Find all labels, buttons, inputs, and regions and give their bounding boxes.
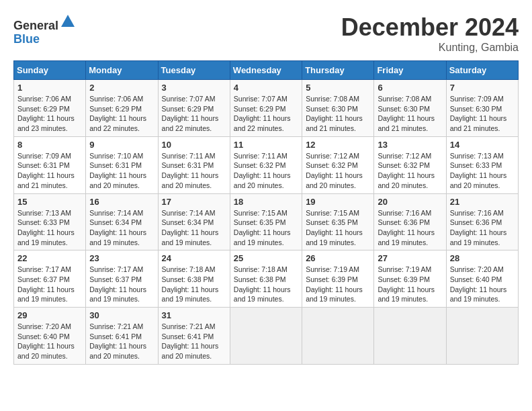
day-number: 15 — [17, 197, 82, 207]
calendar-day-cell: 11Sunrise: 7:11 AMSunset: 6:32 PMDayligh… — [230, 136, 302, 193]
calendar-day-cell: 12Sunrise: 7:12 AMSunset: 6:32 PMDayligh… — [302, 136, 374, 193]
calendar-empty-cell — [374, 308, 446, 365]
day-number: 13 — [378, 140, 442, 150]
day-number: 12 — [306, 140, 370, 150]
day-info: Sunrise: 7:20 AMSunset: 6:40 PMDaylight:… — [17, 322, 82, 361]
calendar-day-cell: 2Sunrise: 7:06 AMSunset: 6:29 PMDaylight… — [86, 80, 158, 137]
day-info: Sunrise: 7:21 AMSunset: 6:41 PMDaylight:… — [162, 322, 226, 361]
day-number: 26 — [306, 253, 370, 263]
day-number: 27 — [378, 253, 442, 263]
day-info: Sunrise: 7:21 AMSunset: 6:41 PMDaylight:… — [89, 322, 154, 361]
day-number: 14 — [450, 140, 515, 150]
day-number: 21 — [450, 197, 515, 207]
logo-icon — [60, 13, 76, 30]
day-info: Sunrise: 7:08 AMSunset: 6:30 PMDaylight:… — [378, 94, 442, 134]
calendar-header-saturday: Saturday — [446, 61, 518, 80]
calendar-day-cell: 1Sunrise: 7:06 AMSunset: 6:29 PMDaylight… — [14, 80, 86, 137]
calendar-day-cell: 18Sunrise: 7:15 AMSunset: 6:35 PMDayligh… — [230, 193, 302, 250]
calendar-day-cell: 29Sunrise: 7:20 AMSunset: 6:40 PMDayligh… — [14, 308, 86, 365]
day-number: 22 — [17, 253, 82, 263]
calendar-day-cell: 4Sunrise: 7:07 AMSunset: 6:29 PMDaylight… — [230, 80, 302, 137]
logo-general: General — [13, 19, 58, 32]
calendar-day-cell: 7Sunrise: 7:09 AMSunset: 6:30 PMDaylight… — [446, 80, 518, 137]
calendar-day-cell: 16Sunrise: 7:14 AMSunset: 6:34 PMDayligh… — [86, 193, 158, 250]
day-number: 8 — [17, 140, 82, 150]
day-info: Sunrise: 7:17 AMSunset: 6:37 PMDaylight:… — [17, 265, 82, 304]
calendar-day-cell: 26Sunrise: 7:19 AMSunset: 6:39 PMDayligh… — [302, 250, 374, 308]
day-number: 16 — [89, 197, 154, 207]
day-info: Sunrise: 7:09 AMSunset: 6:31 PMDaylight:… — [17, 151, 82, 191]
page-header: General Blue December 2024 Kunting, Gamb… — [13, 13, 519, 54]
calendar-day-cell: 3Sunrise: 7:07 AMSunset: 6:29 PMDaylight… — [158, 80, 230, 137]
day-info: Sunrise: 7:16 AMSunset: 6:36 PMDaylight:… — [450, 208, 515, 248]
calendar-day-cell: 25Sunrise: 7:18 AMSunset: 6:38 PMDayligh… — [230, 250, 302, 308]
day-info: Sunrise: 7:17 AMSunset: 6:37 PMDaylight:… — [89, 265, 154, 304]
day-info: Sunrise: 7:11 AMSunset: 6:31 PMDaylight:… — [162, 151, 226, 191]
day-info: Sunrise: 7:14 AMSunset: 6:34 PMDaylight:… — [89, 208, 154, 248]
calendar-day-cell: 9Sunrise: 7:10 AMSunset: 6:31 PMDaylight… — [86, 136, 158, 193]
day-number: 19 — [306, 197, 370, 207]
calendar-day-cell: 30Sunrise: 7:21 AMSunset: 6:41 PMDayligh… — [86, 308, 158, 365]
calendar-header-sunday: Sunday — [14, 61, 86, 80]
day-info: Sunrise: 7:20 AMSunset: 6:40 PMDaylight:… — [450, 265, 515, 304]
day-info: Sunrise: 7:08 AMSunset: 6:30 PMDaylight:… — [306, 94, 370, 134]
main-title: December 2024 — [341, 13, 519, 42]
day-number: 30 — [89, 310, 154, 320]
day-number: 25 — [234, 253, 298, 263]
day-info: Sunrise: 7:11 AMSunset: 6:32 PMDaylight:… — [234, 151, 298, 191]
svg-marker-0 — [61, 15, 75, 27]
day-info: Sunrise: 7:06 AMSunset: 6:29 PMDaylight:… — [17, 94, 82, 134]
calendar-header-row: SundayMondayTuesdayWednesdayThursdayFrid… — [14, 61, 519, 80]
day-info: Sunrise: 7:18 AMSunset: 6:38 PMDaylight:… — [234, 265, 298, 304]
calendar-week-row: 15Sunrise: 7:13 AMSunset: 6:33 PMDayligh… — [14, 193, 519, 250]
title-block: December 2024 Kunting, Gambia — [341, 13, 519, 54]
day-info: Sunrise: 7:07 AMSunset: 6:29 PMDaylight:… — [162, 94, 226, 134]
day-info: Sunrise: 7:07 AMSunset: 6:29 PMDaylight:… — [234, 94, 298, 134]
day-info: Sunrise: 7:10 AMSunset: 6:31 PMDaylight:… — [89, 151, 154, 191]
day-number: 24 — [162, 253, 226, 263]
day-info: Sunrise: 7:19 AMSunset: 6:39 PMDaylight:… — [306, 265, 370, 304]
day-number: 10 — [162, 140, 226, 150]
logo: General Blue — [13, 13, 76, 46]
calendar-day-cell: 21Sunrise: 7:16 AMSunset: 6:36 PMDayligh… — [446, 193, 518, 250]
calendar-day-cell: 31Sunrise: 7:21 AMSunset: 6:41 PMDayligh… — [158, 308, 230, 365]
calendar-day-cell: 17Sunrise: 7:14 AMSunset: 6:34 PMDayligh… — [158, 193, 230, 250]
day-number: 1 — [17, 83, 82, 93]
day-number: 7 — [450, 83, 515, 93]
calendar-day-cell: 23Sunrise: 7:17 AMSunset: 6:37 PMDayligh… — [86, 250, 158, 308]
calendar-day-cell: 27Sunrise: 7:19 AMSunset: 6:39 PMDayligh… — [374, 250, 446, 308]
calendar-day-cell: 8Sunrise: 7:09 AMSunset: 6:31 PMDaylight… — [14, 136, 86, 193]
calendar-day-cell: 15Sunrise: 7:13 AMSunset: 6:33 PMDayligh… — [14, 193, 86, 250]
calendar-table: SundayMondayTuesdayWednesdayThursdayFrid… — [13, 60, 519, 365]
day-number: 17 — [162, 197, 226, 207]
calendar-week-row: 29Sunrise: 7:20 AMSunset: 6:40 PMDayligh… — [14, 308, 519, 365]
day-info: Sunrise: 7:13 AMSunset: 6:33 PMDaylight:… — [450, 151, 515, 191]
calendar-header-friday: Friday — [374, 61, 446, 80]
calendar-day-cell: 22Sunrise: 7:17 AMSunset: 6:37 PMDayligh… — [14, 250, 86, 308]
day-info: Sunrise: 7:18 AMSunset: 6:38 PMDaylight:… — [162, 265, 226, 304]
day-number: 4 — [234, 83, 298, 93]
day-number: 28 — [450, 253, 515, 263]
calendar-week-row: 22Sunrise: 7:17 AMSunset: 6:37 PMDayligh… — [14, 250, 519, 308]
day-number: 20 — [378, 197, 442, 207]
day-number: 18 — [234, 197, 298, 207]
day-number: 11 — [234, 140, 298, 150]
day-info: Sunrise: 7:06 AMSunset: 6:29 PMDaylight:… — [89, 94, 154, 134]
calendar-day-cell: 5Sunrise: 7:08 AMSunset: 6:30 PMDaylight… — [302, 80, 374, 137]
calendar-header-wednesday: Wednesday — [230, 61, 302, 80]
calendar-week-row: 1Sunrise: 7:06 AMSunset: 6:29 PMDaylight… — [14, 80, 519, 137]
day-info: Sunrise: 7:12 AMSunset: 6:32 PMDaylight:… — [378, 151, 442, 191]
calendar-day-cell: 24Sunrise: 7:18 AMSunset: 6:38 PMDayligh… — [158, 250, 230, 308]
day-info: Sunrise: 7:09 AMSunset: 6:30 PMDaylight:… — [450, 94, 515, 134]
day-info: Sunrise: 7:12 AMSunset: 6:32 PMDaylight:… — [306, 151, 370, 191]
calendar-empty-cell — [230, 308, 302, 365]
day-info: Sunrise: 7:16 AMSunset: 6:36 PMDaylight:… — [378, 208, 442, 248]
day-number: 29 — [17, 310, 82, 320]
calendar-day-cell: 6Sunrise: 7:08 AMSunset: 6:30 PMDaylight… — [374, 80, 446, 137]
calendar-header-thursday: Thursday — [302, 61, 374, 80]
day-info: Sunrise: 7:15 AMSunset: 6:35 PMDaylight:… — [234, 208, 298, 248]
calendar-day-cell: 19Sunrise: 7:15 AMSunset: 6:35 PMDayligh… — [302, 193, 374, 250]
calendar-header-tuesday: Tuesday — [158, 61, 230, 80]
logo-blue: Blue — [13, 32, 40, 46]
day-info: Sunrise: 7:14 AMSunset: 6:34 PMDaylight:… — [162, 208, 226, 248]
